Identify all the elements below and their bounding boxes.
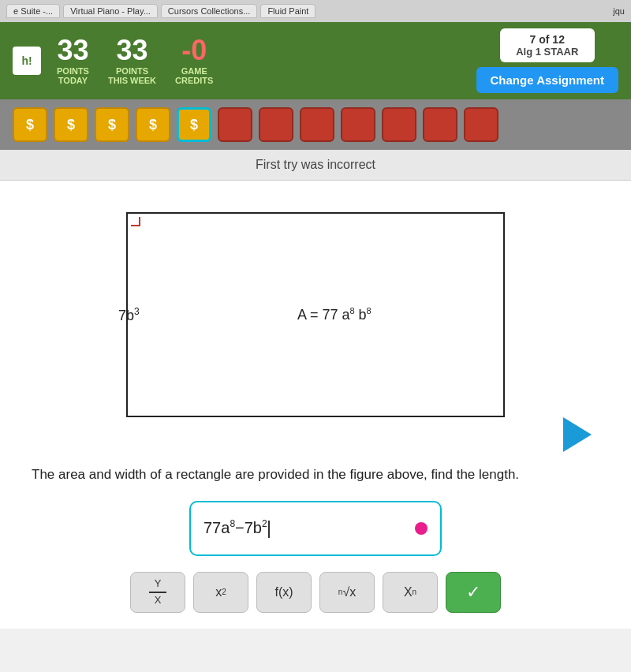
coin-2-symbol: $	[67, 117, 75, 133]
fraction-key[interactable]: Y X	[130, 572, 185, 613]
coin-1-symbol: $	[26, 117, 34, 133]
tab-cursors[interactable]: Cursors Collections...	[161, 4, 258, 18]
corner-mark	[131, 217, 140, 226]
root-key[interactable]: n√x	[319, 572, 375, 613]
coin-2: $	[54, 107, 88, 142]
figure-container: A = 77 a8 b8 7b3	[32, 212, 599, 417]
next-arrow-button[interactable]	[563, 417, 592, 452]
frac-bottom: X	[155, 595, 162, 606]
power-key[interactable]: x2	[193, 572, 248, 613]
game-credits-label: GAMECREDITS	[175, 66, 213, 85]
area-label: A = 77 a8 b8	[297, 306, 372, 323]
assignment-info: 7 of 12 Alg 1 STAAR	[500, 28, 595, 62]
game-credits: -0 GAMECREDITS	[175, 36, 213, 85]
coin-7	[259, 107, 293, 142]
feedback-bar: First try was incorrect	[0, 150, 631, 181]
answer-box[interactable]: 77a8−7b2	[189, 501, 442, 556]
math-keyboard: Y X x2 f(x) n√x Xn ✓	[32, 572, 599, 613]
game-credits-value: -0	[181, 36, 207, 65]
tab-bar: e Suite -... Virtual Piano - Play... Cur…	[0, 0, 631, 22]
score-section: 33 POINTSTODAY 33 POINTSTHIS WEEK -0 GAM…	[57, 36, 213, 85]
coin-12	[464, 107, 498, 142]
cursor	[268, 521, 270, 538]
points-week-value: 33	[116, 36, 147, 65]
function-key[interactable]: f(x)	[256, 572, 312, 613]
coin-9	[341, 107, 375, 142]
feedback-text: First try was incorrect	[256, 158, 375, 171]
logo: h!	[13, 47, 41, 75]
frac-top: Y	[155, 578, 162, 589]
coin-3: $	[95, 107, 129, 142]
width-label: 7b3	[118, 306, 140, 324]
coin-4: $	[136, 107, 170, 142]
answer-box-container: 77a8−7b2	[32, 501, 599, 556]
coin-5-symbol: $	[190, 117, 198, 133]
answer-indicator-dot	[415, 522, 428, 535]
tab-jqu: jqu	[613, 6, 625, 16]
answer-text: 77a8−7b2	[203, 518, 270, 537]
coin-10	[382, 107, 416, 142]
main-content: A = 77 a8 b8 7b3 The area and width of a…	[0, 181, 631, 629]
coin-1: $	[13, 107, 47, 142]
check-key[interactable]: ✓	[446, 572, 501, 613]
frac-line	[149, 592, 166, 593]
assignment-progress: 7 of 12	[511, 33, 584, 46]
problem-text: The area and width of a rectangle are pr…	[32, 465, 599, 485]
assignment-name: Alg 1 STAAR	[511, 46, 584, 58]
coin-8	[300, 107, 334, 142]
change-assignment-button[interactable]: Change Assignment	[476, 67, 618, 93]
points-today-label: POINTSTODAY	[57, 66, 89, 85]
coins-bar: $ $ $ $ $	[0, 99, 631, 150]
points-today: 33 POINTSTODAY	[57, 36, 89, 85]
subscript-key[interactable]: Xn	[383, 572, 438, 613]
rect-figure: A = 77 a8 b8	[126, 212, 505, 417]
coin-11	[423, 107, 457, 142]
score-bar: h! 33 POINTSTODAY 33 POINTSTHIS WEEK -0 …	[0, 22, 631, 99]
next-arrow-container	[32, 417, 599, 452]
points-week: 33 POINTSTHIS WEEK	[108, 36, 156, 85]
points-week-label: POINTSTHIS WEEK	[108, 66, 156, 85]
tab-suite[interactable]: e Suite -...	[6, 4, 60, 18]
tab-piano[interactable]: Virtual Piano - Play...	[63, 4, 158, 18]
coin-3-symbol: $	[108, 117, 116, 133]
coin-6	[218, 107, 252, 142]
assignment-section: 7 of 12 Alg 1 STAAR Change Assignment	[476, 28, 618, 93]
points-today-value: 33	[57, 36, 88, 65]
coin-5: $	[177, 107, 211, 142]
fraction-icon: Y X	[149, 578, 166, 606]
tab-fluid[interactable]: Fluid Paint	[260, 4, 316, 18]
coin-4-symbol: $	[149, 117, 157, 133]
